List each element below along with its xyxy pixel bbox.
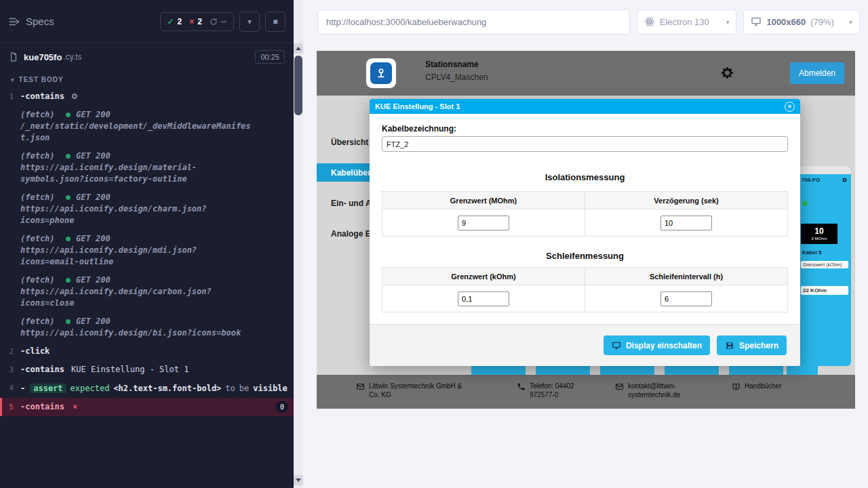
iso-col-verzoegerung: Verzögerung (sek) [585, 192, 788, 209]
fetch-log-row[interactable]: (fetch) GET 200 https://api.iconify.desi… [0, 230, 294, 271]
display-value: 10 [814, 227, 823, 236]
failed-command-row[interactable]: 5 -contains × 0 [0, 398, 294, 416]
phone-icon [517, 382, 526, 391]
company-name: Littwin Systemtechnik GmbH & Co. KG [369, 382, 470, 399]
scroll-down-button[interactable] [294, 475, 303, 485]
check-icon: ✓ [167, 17, 174, 26]
pending-count: -- [221, 17, 226, 26]
spec-file-row[interactable]: kue705fo .cy.ts 00:25 [0, 43, 294, 70]
nav-item-uebersicht[interactable]: Übersicht [317, 127, 370, 157]
command-row[interactable]: 3 -contains KUE Einstellung - Slot 1 [0, 361, 294, 379]
spec-extension: .cy.ts [63, 52, 81, 62]
command-number: 2 [0, 346, 20, 357]
refresh-icon [210, 18, 218, 26]
app-header: Stationsname CPLV4_Maschen Abmelden [317, 51, 855, 96]
isolation-section-title: Isolationsmessung [370, 172, 800, 182]
fetch-status: GET 200 [76, 110, 111, 119]
collapse-runs-button[interactable]: ▾ [239, 12, 260, 32]
scroll-up-button[interactable] [294, 43, 303, 54]
fetch-label: (fetch) [20, 234, 55, 243]
gear-icon[interactable] [842, 177, 848, 183]
cypress-reporter: Specs ✓ 2 × 2 -- ▾ ■ [0, 0, 294, 488]
file-icon [9, 52, 18, 62]
measurement-display: 10 0 MOhm [801, 224, 837, 244]
browser-select[interactable]: Electron 130 ▾ [637, 9, 737, 35]
kabelbezeichnung-input[interactable] [382, 136, 788, 152]
retry-badge: 0 [276, 401, 288, 413]
test-body-toggle[interactable]: ▾ TEST BODY [0, 70, 294, 87]
scrollbar-thumb[interactable] [294, 56, 302, 115]
settings-gear-icon[interactable] [719, 65, 735, 81]
background-button-fragment [600, 366, 654, 375]
command-number: 5 [2, 401, 20, 413]
viewport-select[interactable]: 1000x660 (79%) ▾ [743, 9, 860, 35]
fetch-log-row[interactable]: (fetch) GET 200 /_next/static/developmen… [0, 106, 294, 147]
nav-item-analoge-eingaenge[interactable]: Analoge Eingänge [317, 218, 370, 249]
nav-item-kabelueberwachung[interactable]: Kabelüberwachung [317, 163, 370, 182]
iso-grenzwert-input[interactable] [458, 216, 509, 230]
status-dot [66, 237, 71, 241]
assert-pill: assert [30, 384, 66, 393]
viewport-icon [751, 16, 762, 27]
logo-icon [370, 62, 392, 84]
close-icon[interactable]: × [785, 102, 795, 112]
fetch-status: GET 200 [76, 151, 111, 161]
command-number: 3 [0, 364, 20, 375]
fetch-log-row[interactable]: (fetch) GET 200 https://api.iconify.desi… [0, 188, 294, 230]
command-name: -contains [20, 401, 64, 413]
specs-menu-icon[interactable] [8, 16, 20, 28]
modal-footer: Display einschalten Speichern [370, 324, 800, 366]
fetch-label: (fetch) [20, 192, 55, 202]
fetch-url: https://api.iconify.design/carbon.json?i… [20, 286, 252, 309]
iso-verzoegerung-input[interactable] [660, 216, 712, 230]
app-nav: Übersicht Kabelüberwachung Ein- und Ausg… [317, 127, 370, 249]
save-button[interactable]: Speichern [717, 336, 787, 355]
passed-stat: ✓ 2 [167, 17, 182, 26]
iso-col-grenzwert: Grenzwert (MOhm) [382, 192, 585, 209]
fail-cross-icon: × [73, 401, 77, 413]
assert-state: visible [253, 384, 288, 393]
status-dot [802, 201, 808, 206]
assert-row[interactable]: 4 -assertexpected<h2.text-sm.font-bold>t… [0, 379, 294, 398]
background-button-fragment [787, 366, 818, 375]
mail-icon [615, 382, 624, 391]
command-row[interactable]: 1 -contains [0, 87, 294, 106]
fetch-log-row[interactable]: (fetch) GET 200 https://api.iconify.desi… [0, 147, 294, 188]
logout-button[interactable]: Abmelden [790, 62, 844, 84]
loop-intervall-input[interactable] [660, 291, 712, 306]
company-logo [366, 58, 396, 88]
monitor-icon [612, 341, 621, 350]
command-log: 1 -contains (fetch) GET 200 /_next/stati… [0, 87, 294, 416]
kue-settings-modal: KUE Einstellung - Slot 1 × Kabelbezeichn… [370, 99, 800, 366]
runner-pane: Electron 130 ▾ 1000x660 (79%) ▾ Stations… [303, 0, 868, 488]
loop-grenzwert-input[interactable] [458, 291, 509, 306]
manuals-label: Handbücher [745, 382, 781, 390]
nav-item-ein-und-ausgaenge[interactable]: Ein- und Ausgänge [317, 188, 370, 218]
chevron-down-icon: ▾ [726, 18, 729, 26]
schleifen-table: Grenzwert (kOhm) Schleifenintervall (h) [382, 267, 788, 312]
display-on-button[interactable]: Display einschalten [604, 336, 710, 355]
footer-manuals[interactable]: Handbücher [732, 382, 781, 391]
command-name: -contains [20, 364, 64, 375]
status-dot [66, 154, 71, 159]
schleifen-section-title: Schleifenmessung [370, 251, 800, 261]
fetch-label: (fetch) [20, 275, 55, 285]
modal-header: KUE Einstellung - Slot 1 × [370, 99, 800, 114]
background-button-fragment [536, 366, 590, 375]
passed-count: 2 [178, 17, 182, 26]
failed-count: 2 [197, 17, 202, 26]
command-name: - [20, 384, 25, 393]
modal-title: KUE Einstellung - Slot 1 [375, 102, 460, 110]
status-dot [66, 195, 71, 200]
assert-target: <h2.text-sm.font-bold> [113, 384, 221, 393]
stop-button[interactable]: ■ [265, 12, 285, 32]
fetch-log-row[interactable]: (fetch) GET 200 https://api.iconify.desi… [0, 312, 294, 342]
chevron-down-icon: ▾ [849, 18, 852, 26]
failed-stat: × 2 [189, 17, 202, 26]
fetch-log-row[interactable]: (fetch) GET 200 https://api.iconify.desi… [0, 271, 294, 312]
browser-name: Electron 130 [660, 17, 709, 27]
fetch-url: https://api.iconify.design/material-symb… [20, 162, 252, 185]
url-input[interactable] [317, 9, 630, 35]
background-button-fragment [729, 366, 783, 375]
command-row[interactable]: 2 -click [0, 342, 294, 361]
